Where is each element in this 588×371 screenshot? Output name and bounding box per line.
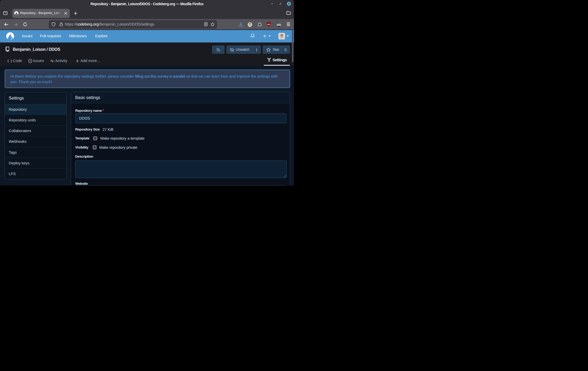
svg-text:uO: uO — [267, 23, 270, 26]
